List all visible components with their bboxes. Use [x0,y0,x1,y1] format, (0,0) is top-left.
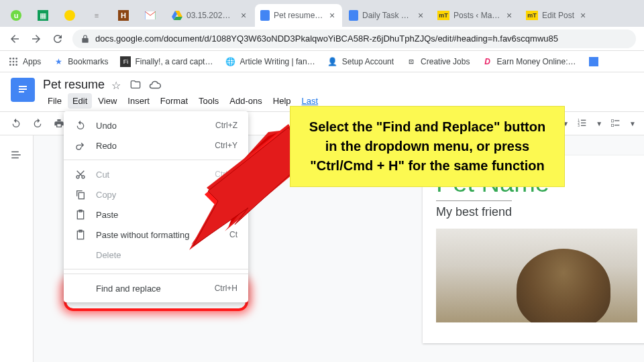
browser-tab[interactable] [140,4,165,27]
star-icon[interactable]: ☆ [111,79,123,91]
close-tab-icon[interactable]: × [327,11,337,20]
bookmark-favicon [8,56,19,67]
menu-item-find-and-replace[interactable]: Find and replaceCtrl+H [64,278,248,298]
menu-item-redo[interactable]: RedoCtrl+Y [64,135,248,156]
svg-rect-20 [581,120,586,121]
reload-button[interactable] [51,32,64,46]
menu-item-shortcut: Ctrl+Z [215,121,237,130]
menu-tools[interactable]: Tools [194,93,223,109]
bookmark-label: Apps [23,57,41,66]
close-tab-icon[interactable]: × [239,11,248,20]
tab-title: Posts ‹ Maschi [453,11,500,20]
redo-icon [74,139,87,152]
tab-title: Edit Post [542,11,574,20]
browser-tabstrip: u▦≡H03.15.2022 - G×Pet resume - G×Daily … [0,0,644,27]
svg-rect-26 [614,120,619,121]
menu-item-label: Cut [96,170,205,180]
svg-point-4 [13,60,15,62]
outline-toggle-icon[interactable] [10,149,23,162]
svg-rect-12 [19,91,24,93]
bookmark-item[interactable]: Apps [8,56,41,67]
bookmark-item[interactable]: FiFinally!, a card capt… [120,56,213,67]
svg-rect-34 [78,192,84,198]
menu-file[interactable]: File [43,93,66,109]
menu-item-shortcut: Ct [229,230,237,239]
bookmarks-bar: Apps★BookmarksFiFinally!, a card capt…🌐A… [0,51,644,72]
menu-add-ons[interactable]: Add-ons [225,93,266,109]
menu-item-paste-without-formatting[interactable]: Paste without formattingCt [64,225,248,245]
cloud-status-icon[interactable] [149,79,161,91]
bookmark-favicon [588,56,599,67]
svg-point-0 [9,58,11,60]
menu-item-delete: Delete [64,245,248,265]
browser-tab[interactable] [59,4,85,27]
bookmark-favicon: 🌐 [225,56,235,67]
svg-rect-11 [19,88,27,90]
cut-icon [74,168,87,180]
menu-item-undo[interactable]: UndoCtrl+Z [64,115,248,135]
blank-icon [74,282,87,294]
menu-item-label: Paste [96,210,228,220]
bookmark-label: Article Writing | fan… [239,57,315,66]
document-image [436,229,637,322]
menu-item-paste[interactable]: Paste [64,204,248,225]
browser-tab[interactable]: 03.15.2022 - G× [166,4,254,27]
subtitle


exit-code[interactable]: My best friend [436,200,512,219]
url-omnibox[interactable]: docs.google.com/document/d/1088YQ3W63oND… [72,29,636,48]
redo-button[interactable] [30,115,46,131]
svg-rect-28 [614,125,619,125]
menu-insert[interactable]: Insert [123,93,154,109]
browser-tab[interactable]: H [113,4,138,27]
lock-icon [80,34,90,44]
close-tab-icon[interactable]: × [416,11,425,20]
browser-tab[interactable]: mTEdit Post× [521,4,593,27]
paste-icon [74,229,87,241]
svg-text:3: 3 [578,124,580,127]
numbered-list-button[interactable]: 123 [574,115,590,131]
bookmark-item[interactable]: 👤Setup Account [327,56,394,67]
forward-button[interactable] [30,32,43,46]
close-tab-icon[interactable]: × [504,11,514,20]
browser-tab[interactable]: ▦ [32,4,58,27]
bookmark-favicon: 👤 [327,56,338,67]
tab-title: Pet resume - G [274,11,323,20]
svg-point-8 [15,64,17,66]
menu-item-label: Paste without formatting [96,230,220,240]
menu-view[interactable]: View [93,93,121,109]
bookmark-label: Setup Account [342,57,394,66]
svg-rect-30 [11,154,21,156]
menu-edit[interactable]: Edit [68,93,92,109]
bookmark-item[interactable]: ★Bookmarks [53,56,108,67]
browser-tab[interactable]: mTPosts ‹ Maschi× [432,4,519,27]
bookmark-item[interactable] [588,56,603,67]
bookmark-label: Earn Money Online:… [496,57,576,66]
docs-logo-icon[interactable] [11,78,35,102]
svg-point-5 [15,60,17,62]
checklist-button[interactable] [608,115,624,131]
menu-format[interactable]: Format [156,93,193,109]
browser-tab[interactable]: u [5,4,31,27]
bookmark-item[interactable]: DEarn Money Online:… [482,56,576,67]
svg-point-1 [13,58,15,60]
svg-rect-24 [581,125,586,126]
bookmark-item[interactable]: ⊡Creative Jobs [406,56,470,67]
svg-rect-27 [611,124,613,126]
browser-tab[interactable]: Daily Task Sum× [343,4,431,27]
edit-dropdown-menu: UndoCtrl+ZRedoCtrl+YCutCtrl+XCopyCtrl+CP… [64,111,248,302]
menu-item-shortcut: Ctrl+Y [215,141,237,150]
browser-address-bar: docs.google.com/document/d/1088YQ3W63oND… [0,27,644,51]
undo-icon [74,119,87,131]
back-button[interactable] [8,32,21,46]
close-tab-icon[interactable]: × [578,11,588,20]
dog-illustration [517,249,610,322]
browser-tab[interactable]: Pet resume - G× [255,4,342,27]
bookmark-favicon: ⊡ [406,56,417,67]
bookmark-item[interactable]: 🌐Article Writing | fan… [225,56,315,67]
bookmark-favicon: D [482,56,492,67]
undo-button[interactable] [8,115,24,131]
browser-tab[interactable]: ≡ [86,4,111,27]
doc-title[interactable]: Pet resume [43,78,105,92]
bookmark-label: Bookmarks [68,57,108,66]
move-icon[interactable] [130,79,142,91]
copy-icon [74,188,87,200]
